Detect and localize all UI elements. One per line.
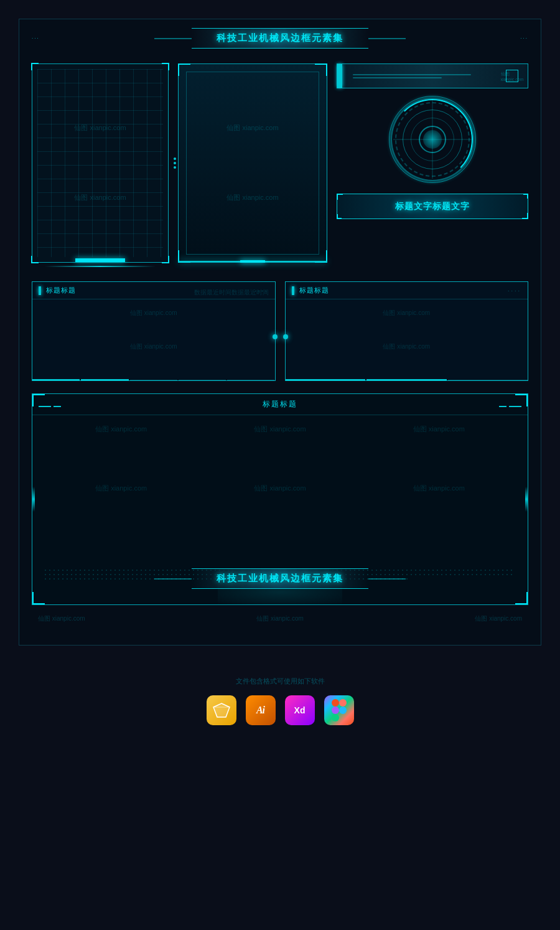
footer-watermarks: 仙图 xianpic.com 仙图 xianpic.com 仙图 xianpic… bbox=[19, 611, 541, 626]
frame2-watermark-bottom: 仙图 xianpic.com bbox=[179, 193, 327, 202]
corner-tr bbox=[162, 63, 169, 70]
mid-row: 标题标题 ···· 数据最近时间数据最近时间 仙图 xianpic.com 仙图… bbox=[19, 275, 541, 387]
panel-side-indicator bbox=[273, 334, 278, 339]
panel-right: 标题标题 ···· 仙图 xianpic.com 仙图 xianpic.com bbox=[285, 281, 529, 381]
lpsa-left bbox=[32, 487, 35, 512]
illustrator-icon[interactable]: Ai bbox=[246, 695, 276, 725]
pill-right-indicator: 仙图 xianpic.com bbox=[506, 70, 518, 82]
wm-row-1: 仙图 xianpic.com 仙图 xianpic.com 仙图 xianpic… bbox=[42, 425, 518, 434]
rba-3 bbox=[448, 380, 528, 381]
illustrator-label: Ai bbox=[256, 705, 264, 716]
rba-1 bbox=[286, 379, 366, 381]
panel-left-wm2: 仙图 xianpic.com bbox=[39, 342, 269, 351]
pill-lines bbox=[353, 74, 501, 78]
watermark-bottom: 仙图 xianpic.com bbox=[32, 193, 168, 202]
header-dash-4 bbox=[509, 406, 521, 407]
panel-left-title: 标题标题 bbox=[46, 286, 76, 295]
top-title-bar: ··· 科技工业机械风边框元素集 ··· bbox=[19, 19, 541, 57]
large-panel-header-right bbox=[499, 402, 521, 407]
panel-right-header: 标题标题 ···· bbox=[286, 282, 528, 299]
lp-wm-1: 仙图 xianpic.com bbox=[95, 425, 147, 434]
panel-left-watermarks: 仙图 xianpic.com 仙图 xianpic.com bbox=[39, 306, 269, 354]
corner-tl bbox=[31, 63, 39, 70]
panel-right-body: 仙图 xianpic.com 仙图 xianpic.com bbox=[286, 299, 528, 374]
figma-svg bbox=[332, 699, 347, 721]
large-panel-header-left bbox=[39, 402, 61, 407]
lp-wm-4: 仙图 xianpic.com bbox=[95, 484, 147, 493]
panel-left-body: 仙图 xianpic.com 仙图 xianpic.com bbox=[32, 299, 275, 374]
title-button-text: 标题文字标题文字 bbox=[395, 201, 470, 211]
corner-br bbox=[162, 256, 169, 263]
pill-line-1 bbox=[353, 74, 471, 75]
frame-grid: 仙图 xianpic.com 仙图 xianpic.com bbox=[32, 63, 169, 263]
title-banner: 科技工业机械风边框元素集 bbox=[192, 28, 368, 49]
software-icons: Ai Xd bbox=[12, 695, 548, 725]
panel-right-watermarks: 仙图 xianpic.com 仙图 xianpic.com bbox=[292, 306, 522, 354]
pill-left-bar bbox=[337, 64, 342, 88]
rba-2 bbox=[366, 379, 447, 381]
dot2 bbox=[174, 162, 176, 164]
mid-subtitle: 数据最近时间数据最近时间 bbox=[194, 288, 269, 297]
frame3-watermark: 仙图 xianpic.com bbox=[501, 71, 524, 82]
header-dash-1 bbox=[39, 406, 51, 407]
xd-icon: Xd bbox=[285, 695, 315, 725]
radar-arc bbox=[392, 99, 473, 180]
main-title: 科技工业机械风边框元素集 bbox=[217, 32, 343, 44]
panel-right-indicator bbox=[283, 334, 288, 339]
panel-bottom-accent bbox=[32, 379, 275, 381]
ba-1 bbox=[32, 379, 80, 381]
svg-rect-5 bbox=[332, 707, 339, 714]
svg-rect-6 bbox=[332, 714, 339, 721]
ba-3 bbox=[130, 380, 177, 381]
main-panel: ··· 科技工业机械风边框元素集 ··· 仙图 xianpic.com 仙图 x… bbox=[19, 19, 541, 646]
sketch-icon bbox=[207, 695, 236, 725]
wm-row-2: 仙图 xianpic.com 仙图 xianpic.com 仙图 xianpic… bbox=[42, 484, 518, 493]
panel-left: 标题标题 ···· 数据最近时间数据最近时间 仙图 xianpic.com 仙图… bbox=[32, 281, 276, 381]
lp-wm-6: 仙图 xianpic.com bbox=[413, 484, 465, 493]
panel-right-wm1: 仙图 xianpic.com bbox=[292, 309, 522, 317]
frame-sq-bottom-notch bbox=[240, 260, 265, 263]
software-subtitle: 文件包含格式可使用如下软件 bbox=[12, 677, 548, 686]
large-panel: 标题标题 仙图 xianpic.com 仙图 xianpic.com 仙图 xi… bbox=[32, 393, 528, 605]
ba-2 bbox=[81, 379, 128, 381]
ba-5 bbox=[227, 380, 274, 381]
corner-dots-left: ··· bbox=[32, 35, 40, 41]
panel-right-dots: ···· bbox=[508, 288, 521, 294]
frame-grid-bottom-bar bbox=[45, 266, 156, 267]
header-dash-2 bbox=[54, 406, 61, 407]
lp-wm-2: 仙图 xianpic.com bbox=[254, 425, 306, 434]
bottom-title-banner: 科技工业机械风边框元素集 bbox=[192, 568, 368, 589]
svg-rect-4 bbox=[339, 699, 347, 707]
large-panel-header: 标题标题 bbox=[32, 394, 528, 415]
software-section: 文件包含格式可使用如下软件 Ai Xd bbox=[0, 664, 560, 738]
panel-left-wm1: 仙图 xianpic.com bbox=[39, 309, 269, 317]
tbc-tr bbox=[523, 194, 528, 199]
lp-wm-5: 仙图 xianpic.com bbox=[254, 484, 306, 493]
bottom-title: 科技工业机械风边框元素集 bbox=[217, 573, 343, 585]
svg-rect-3 bbox=[332, 699, 339, 707]
panel-right-accent bbox=[292, 286, 294, 295]
footer-wm-1: 仙图 xianpic.com bbox=[38, 614, 85, 623]
panel-right-bottom-accent bbox=[286, 379, 528, 381]
bottom-title-section: 科技工业机械风边框元素集 bbox=[32, 559, 528, 598]
watermark-top: 仙图 xianpic.com bbox=[32, 123, 168, 133]
panel-left-accent bbox=[39, 286, 41, 295]
frame2-watermark-top: 仙图 xianpic.com bbox=[179, 123, 327, 133]
header-dash-3 bbox=[499, 406, 506, 407]
pill-line-2 bbox=[353, 77, 442, 78]
pill-element: 仙图 xianpic.com bbox=[337, 63, 528, 88]
large-panel-title: 标题标题 bbox=[263, 399, 297, 410]
frame-square: 仙图 xianpic.com 仙图 xianpic.com bbox=[178, 63, 327, 263]
corner-bl bbox=[31, 256, 39, 263]
dot3 bbox=[174, 166, 176, 169]
title-button: 标题文字标题文字 bbox=[337, 194, 528, 219]
xd-label: Xd bbox=[294, 705, 306, 715]
dot1 bbox=[174, 157, 176, 160]
ba-4 bbox=[179, 380, 226, 381]
figma-icon bbox=[324, 695, 354, 725]
radar-element bbox=[389, 96, 476, 183]
svg-marker-1 bbox=[213, 703, 230, 717]
tbc-bl bbox=[337, 214, 342, 219]
lp-wm-3: 仙图 xianpic.com bbox=[413, 425, 465, 434]
frame-square-inner bbox=[186, 72, 319, 255]
